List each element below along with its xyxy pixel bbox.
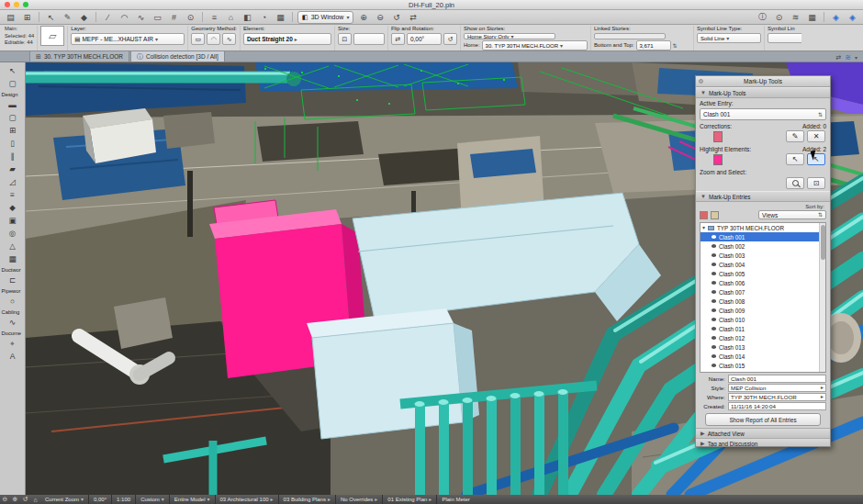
geometry-straight-button[interactable]: ▭ [191, 33, 205, 45]
statusbar-layer-combination[interactable]: 03 Architectural 100 ▸ [216, 495, 279, 504]
slab-tool-icon[interactable]: ▰ [3, 162, 23, 175]
stories-dropdown[interactable]: Home Story Only ▾ [464, 33, 555, 39]
mirror-button[interactable]: ⇄ [391, 33, 405, 45]
markup-entry-row[interactable]: Clash 009 [700, 306, 825, 315]
statusbar-model-filter[interactable]: Entire Model ▾ [170, 495, 216, 504]
statusbar-zoom-in-icon[interactable]: ⊕ [10, 496, 20, 503]
statusbar-zoom-preset[interactable]: Custom ▾ [136, 495, 170, 504]
statusbar-pen-set[interactable]: 03 Building Plans ▸ [279, 495, 336, 504]
show-report-button[interactable]: Show Report of All Entries [705, 413, 821, 426]
layer-dropdown[interactable]: ▤ MEPF - ME...XHAUST AIR ▾ [71, 33, 185, 45]
markup-entry-row[interactable]: Clash 006 [700, 278, 825, 287]
zoom-in-icon[interactable]: ⊕ [356, 11, 370, 23]
tab-overflow-icon[interactable]: ⇄ [835, 54, 841, 62]
layers-icon[interactable]: ≡ [207, 11, 221, 23]
text-tool-icon[interactable]: A [3, 350, 23, 363]
linked-stories-field[interactable] [594, 33, 666, 39]
section-markup-tools[interactable]: ▼ Mark-Up Tools [696, 87, 830, 98]
zoom-to-entry-button[interactable] [786, 177, 804, 189]
size-field[interactable] [353, 33, 385, 45]
element-preview[interactable]: ▱ [40, 26, 64, 46]
home-story-icon[interactable]: ⌂ [224, 11, 238, 23]
arc-tool-icon[interactable]: ◠ [118, 11, 131, 23]
panel-list-icon[interactable]: ▤ [4, 11, 17, 23]
toolbox-arrow-icon[interactable]: ↖ [3, 64, 23, 77]
entries-group-icon[interactable] [711, 211, 719, 219]
wall-tool-icon[interactable]: ▬ [3, 98, 23, 111]
markup-entry-row[interactable]: Clash 005 [700, 269, 825, 278]
section-icon[interactable]: ◧ [241, 11, 254, 23]
entries-scrollbar[interactable] [819, 223, 825, 372]
markup-entry-row[interactable]: Clash 012 [700, 333, 825, 342]
line-tool-icon[interactable]: ∕ [101, 11, 115, 23]
select-elements-button[interactable]: ⊡ [807, 177, 825, 189]
organizer-icon[interactable]: ▦ [805, 11, 819, 23]
beam-tool-icon[interactable]: ∥ [3, 150, 23, 162]
name-field[interactable]: Clash 001 [728, 375, 826, 383]
quick-options-icon[interactable]: ≋ [845, 53, 851, 62]
chevron-down-icon[interactable]: ▾ [855, 55, 857, 61]
camera-icon[interactable]: ◔ [257, 11, 271, 23]
pencil-tool-icon[interactable]: ✎ [61, 11, 74, 23]
tab-floor-plan[interactable]: ⊞ 30. TYP 30TH MECH.FLOOR [29, 50, 129, 62]
grid-snap-icon[interactable]: ⊞ [20, 11, 34, 23]
morph-tool-icon[interactable]: ◎ [3, 227, 23, 240]
entries-filter-icon[interactable] [700, 211, 708, 219]
view-switcher[interactable]: ◧ 3D Window ▾ [297, 11, 353, 24]
spline-tool-icon[interactable]: ∿ [134, 11, 148, 23]
markup-entry-row[interactable]: Clash 001 [700, 232, 825, 241]
symbol-line-field-2[interactable] [768, 33, 801, 43]
duct-tool-icon[interactable]: ⊏ [3, 274, 23, 286]
markup-entry-row[interactable]: Clash 013 [700, 342, 825, 352]
panel-close-button[interactable] [699, 79, 703, 84]
teamwork-icon[interactable]: ≋ [789, 11, 802, 23]
section-tag-discussion[interactable]: ▶ Tag and Discussion [696, 438, 830, 447]
search-icon[interactable]: ⊙ [772, 11, 786, 23]
markup-entry-row[interactable]: Clash 011 [700, 324, 825, 333]
teamwork-receive-icon[interactable]: ◈ [846, 11, 859, 23]
markup-entry-row[interactable]: Clash 007 [700, 287, 825, 297]
pipe-tool-icon[interactable]: ○ [3, 295, 23, 308]
markup-entry-row[interactable]: Clash 003 [700, 251, 825, 260]
entries-tree-root[interactable]: ▾ TYP 30TH MECH.FLOOR [700, 223, 825, 232]
statusbar-overrides[interactable]: No Overrides ▸ [336, 495, 383, 504]
object-tool-icon[interactable]: ◆ [3, 201, 23, 214]
roof-tool-icon[interactable]: ◿ [3, 175, 23, 188]
shell-tool-icon[interactable]: △ [3, 240, 23, 252]
teamwork-send-icon[interactable]: ◈ [829, 11, 843, 23]
statusbar-current-zoom[interactable]: Current Zoom ▾ [40, 495, 89, 504]
panel-titlebar[interactable]: Mark-Up Tools [696, 76, 830, 87]
statusbar-dimension-standard[interactable]: Plain Meter [437, 495, 474, 504]
home-story-dropdown[interactable]: 30. TYP 30TH MECH.FLOOR ▾ [482, 40, 588, 50]
style-dropdown[interactable]: MEP Collision ▸ [728, 384, 826, 392]
geometry-bend-button[interactable]: ◠ [207, 33, 220, 45]
statusbar-fit-icon[interactable]: ⌂ [30, 497, 40, 503]
markup-entry-row[interactable]: Clash 010 [700, 315, 825, 324]
created-field[interactable]: 11/11/16 14:20:04 [728, 402, 826, 410]
stepper-icon[interactable]: ⇅ [673, 43, 678, 49]
statusbar-scale[interactable]: 1:100 [112, 495, 136, 504]
zone-tool-icon[interactable]: ▣ [3, 214, 23, 227]
pan-icon[interactable]: ⇄ [406, 11, 420, 23]
arrow-tool-icon[interactable]: ↖ [44, 11, 58, 23]
add-highlight-button[interactable]: ↖ [786, 153, 804, 165]
correction-color-swatch[interactable] [713, 131, 723, 142]
bottom-value-field[interactable]: 3,671 [636, 40, 671, 50]
cable-tool-icon[interactable]: ∿ [3, 316, 23, 329]
highlight-color-swatch[interactable] [713, 154, 723, 165]
door-tool-icon[interactable]: ▢ [3, 111, 23, 124]
column-tool-icon[interactable]: ▯ [3, 137, 23, 150]
scrollbar-thumb[interactable] [821, 225, 825, 260]
toolbox-marquee-icon[interactable]: ▢ [3, 77, 23, 90]
add-correction-button[interactable]: ✎ [786, 130, 804, 142]
markup-entry-row[interactable]: Clash 002 [700, 241, 825, 251]
statusbar-renovation-filter[interactable]: 01 Existing Plan ▸ [383, 495, 437, 504]
symbol-line-dropdown[interactable]: Solid Line ▾ [697, 33, 761, 43]
section-attached-view[interactable]: ▶ Attached View [696, 428, 830, 438]
rotate-button[interactable]: ↺ [443, 33, 457, 45]
size-icon-button[interactable]: ⊡ [338, 33, 352, 45]
info-icon[interactable]: ⓘ [756, 11, 769, 23]
grid-tool-icon[interactable]: # [167, 11, 181, 23]
sort-by-dropdown[interactable]: Views ⇅ [758, 210, 826, 219]
dimension-tool-icon[interactable]: ⌖ [3, 337, 23, 350]
